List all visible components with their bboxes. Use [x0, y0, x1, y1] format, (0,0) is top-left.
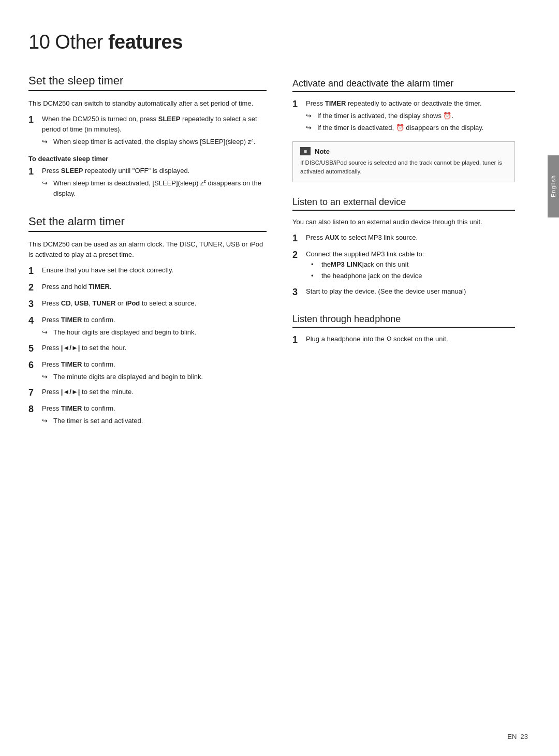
alarm-step-7: 7 Press |◄/►| to set the minute. [28, 387, 267, 400]
alarm-timer-intro: This DCM250 can be used as an alarm cloc… [28, 239, 267, 260]
alarm-step-6: 6 Press TIMER to confirm. ↪ The minute d… [28, 359, 267, 384]
sleep-timer-section: Set the sleep timer This DCM250 can swit… [28, 74, 267, 200]
headphone-heading: Listen through headphone [292, 314, 515, 328]
activate-alarm-heading: Activate and deactivate the alarm timer [292, 78, 515, 92]
sleep-timer-heading: Set the sleep timer [28, 74, 267, 91]
sleep-step-1-arrows: ↪ When sleep timer is activated, the dis… [42, 137, 267, 147]
deactivate-step-1-arrows: ↪ When sleep timer is deactivated, [SLEE… [42, 178, 267, 198]
footer-page: 23 [521, 733, 528, 740]
page: English 10 Other features Set the sleep … [0, 0, 559, 756]
activate-alarm-step-1: 1 Press TIMER repeatedly to activate or … [292, 98, 515, 134]
ext-step-2-bullets: the MP3 LINK jack on this unit the headp… [311, 259, 515, 281]
note-label: Note [315, 148, 330, 155]
activate-alarm-steps: 1 Press TIMER repeatedly to activate or … [292, 98, 515, 134]
left-column: Set the sleep timer This DCM250 can swit… [28, 74, 267, 442]
note-text: If DISC/USB/iPod source is selected and … [300, 158, 507, 177]
deactivate-sleep-steps: 1 Press SLEEP repeatedly until "OFF" is … [28, 166, 267, 200]
footer-label: EN [507, 733, 517, 740]
sleep-timer-steps: 1 When the DCM250 is turned on, press SL… [28, 114, 267, 149]
page-title: 10 Other features [28, 31, 531, 53]
deactivate-sleep-heading: To deactivate sleep timer [28, 155, 267, 163]
alarm-step-8: 8 Press TIMER to confirm. ↪ The timer is… [28, 403, 267, 428]
footer: EN 23 [507, 733, 528, 740]
headphone-steps: 1 Plug a headphone into the Ω socket on … [292, 334, 515, 347]
alarm-step-1: 1 Ensure that you have set the clock cor… [28, 265, 267, 278]
deactivate-sleep-step-1: 1 Press SLEEP repeatedly until "OFF" is … [28, 166, 267, 200]
side-tab: English [548, 155, 559, 217]
sleep-timer-intro: This DCM250 can switch to standby automa… [28, 98, 267, 109]
alarm-step-2: 2 Press and hold TIMER. [28, 282, 267, 295]
alarm-timer-section: Set the alarm timer This DCM250 can be u… [28, 215, 267, 428]
external-device-heading: Listen to an external device [292, 197, 515, 211]
side-tab-label: English [550, 175, 556, 197]
headphone-step-1: 1 Plug a headphone into the Ω socket on … [292, 334, 515, 347]
activate-alarm-section: Activate and deactivate the alarm timer … [292, 78, 515, 182]
ext-step-1: 1 Press AUX to select MP3 link source. [292, 232, 515, 245]
external-device-section: Listen to an external device You can als… [292, 197, 515, 299]
alarm-timer-heading: Set the alarm timer [28, 215, 267, 232]
headphone-section: Listen through headphone 1 Plug a headph… [292, 314, 515, 347]
ext-step-2: 2 Connect the supplied MP3 link cable to… [292, 249, 515, 283]
alarm-timer-steps: 1 Ensure that you have set the clock cor… [28, 265, 267, 428]
external-device-intro: You can also listen to an external audio… [292, 217, 515, 227]
alarm-step-5: 5 Press |◄/►| to set the hour. [28, 343, 267, 356]
ext-step-3: 3 Start to play the device. (See the dev… [292, 286, 515, 299]
sleep-step-1: 1 When the DCM250 is turned on, press SL… [28, 114, 267, 149]
right-column: Activate and deactivate the alarm timer … [292, 74, 515, 442]
alarm-step-3: 3 Press CD, USB, TUNER or iPod to select… [28, 298, 267, 311]
note-box: ≡ Note If DISC/USB/iPod source is select… [292, 141, 515, 182]
alarm-step-4: 4 Press TIMER to confirm. ↪ The hour dig… [28, 315, 267, 339]
note-icon: ≡ [300, 147, 311, 155]
external-device-steps: 1 Press AUX to select MP3 link source. 2… [292, 232, 515, 299]
